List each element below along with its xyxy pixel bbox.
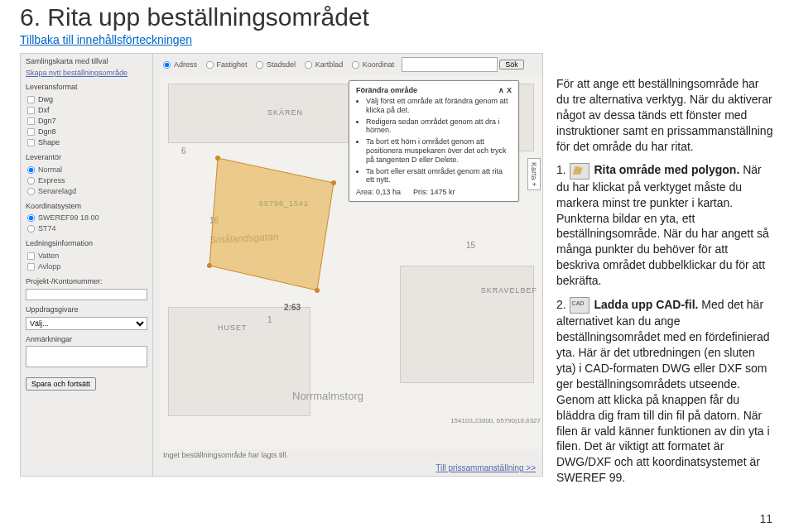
map-num-1: 1 [267,315,272,324]
projekt-title: Projekt-/Kontonummer: [26,277,147,287]
lbl-dgn7: Dgn7 [38,117,56,125]
radio-adress[interactable] [163,61,171,69]
lbl-fastighet: Fastighet [217,60,248,69]
karta-tab[interactable]: Karta + [527,158,541,190]
side-new-area-link[interactable]: Skapa nytt beställningsområde [26,69,147,79]
chk-dwg[interactable] [27,96,35,103]
map-norrmalm: Norrmalmstorg [292,390,363,402]
format-title: Leveransformat [26,83,147,93]
leverantor-title: Leverantör [26,153,147,163]
lbl-dgn8: Dgn8 [38,127,56,136]
step1-number: 1. [556,163,566,176]
chk-vatten[interactable] [27,252,35,260]
step1-title: Rita område med polygon. [594,163,739,176]
lbl-st74: ST74 [38,224,56,232]
map-label-huset: HUSET [218,324,248,332]
lbl-dwg: Dwg [38,95,53,103]
radio-fastighet[interactable] [205,61,213,69]
overlay-bullet: Ta bort ett hörn i området genom att pos… [366,137,512,164]
lbl-koordinat: Koordinat [363,60,395,69]
map-label-skaren: SKÄREN [267,108,303,117]
page-title: 6. Rita upp beställningsområdet [20,3,774,31]
uppdrag-select[interactable]: Välj... [26,317,147,330]
svg-marker-0 [209,158,334,290]
map-coord: 154103,23800, 65790|18,6327 [450,417,541,424]
step2-body: Med det här alternativet kan du ange bes… [556,298,770,484]
lbl-vatten: Vatten [38,252,59,260]
lbl-stadsdel: Stadsdel [267,60,296,69]
koord-title: Koordinatsystem [26,202,147,212]
lbl-sweref: SWEREF99 18 00 [38,213,99,222]
anmark-textarea[interactable] [26,346,147,367]
lbl-dxf: Dxf [38,106,50,114]
overlay-close-icon[interactable]: ∧ X [498,86,512,94]
side-title: Samlingskarta med tillval [26,57,147,67]
overlay-title: Förändra område [356,86,417,94]
side-panel: Samlingskarta med tillval Skapa nytt bes… [21,54,153,476]
map-num-6: 6 [181,146,186,156]
radio-koordinat[interactable] [352,61,359,69]
svg-point-1 [215,156,220,161]
lbl-kartblad: Kartblad [315,60,344,69]
radio-kartblad[interactable] [305,61,312,69]
toc-back-link[interactable]: Tillbaka till innehållsförteckningen [20,33,774,46]
instructions-column: För att ange ett beställningsområde har … [556,53,774,529]
cad-tool-icon [570,297,589,314]
step2-number: 2. [556,298,566,311]
intro-text: För att ange ett beställningsområde har … [556,76,774,154]
radio-sweref[interactable] [27,214,35,222]
lbl-senare: Senarelagd [38,187,76,195]
lbl-express: Express [38,176,65,185]
radio-normal[interactable] [27,166,35,174]
projekt-input[interactable] [26,289,147,300]
page-number: 11 [759,512,772,525]
chk-dgn7[interactable] [27,117,35,125]
anmark-title: Anmärkningar [26,335,147,345]
map-label-skravelber: SKRAVELBEF [481,286,537,295]
polygon-tool-icon [570,163,589,180]
svg-point-4 [207,263,212,268]
lbl-adress: Adress [174,60,197,69]
svg-point-2 [331,180,336,185]
app-screenshot: Samlingskarta med tillval Skapa nytt bes… [20,53,543,477]
overlay-bullet: Ta bort eller ersätt området genom att r… [366,167,512,185]
status-bar: Inget beställningsområde har lagts till. [160,449,542,461]
search-type-row: Adress Fastighet Stadsdel Kartblad Koord… [161,57,524,72]
footer-price-link[interactable]: Till prissammanställning >> [435,463,536,472]
ledning-title: Ledningsinformation [26,239,147,249]
overlay-bullet: Redigera sedan området genom att dra i h… [366,117,512,136]
uppdrag-title: Uppdragsgivare [26,305,147,315]
lbl-normal: Normal [38,165,62,174]
edit-area-overlay: Förändra område ∧ X Välj först ett områd… [349,80,519,202]
step1-body: När du har klickat på verktyget måste du… [556,163,769,287]
chk-shape[interactable] [27,139,35,146]
search-button[interactable]: Sök [499,60,524,69]
step2-title: Ladda upp CAD-fil. [594,298,698,311]
radio-stadsdel[interactable] [256,61,263,69]
overlay-bullet: Välj först ett område att förändra genom… [366,97,512,115]
svg-point-3 [315,288,320,293]
save-continue-button[interactable]: Spara och fortsätt [26,377,96,391]
chk-dxf[interactable] [27,107,35,114]
lbl-avlopp: Avlopp [38,262,60,271]
chk-avlopp[interactable] [27,263,35,271]
lbl-shape: Shape [38,138,60,146]
map-canvas[interactable]: SKÄREN SKRAVELBEF HUSET Smålandsgatan No… [160,75,542,451]
map-num-15: 15 [466,241,475,250]
radio-express[interactable] [27,177,35,185]
radio-senare[interactable] [27,188,35,195]
overlay-area: Area: 0,13 ha [356,188,401,196]
overlay-price: Pris: 1475 kr [413,188,455,196]
drawn-polygon[interactable] [201,150,367,315]
radio-st74[interactable] [27,225,35,232]
search-input[interactable] [402,57,498,72]
chk-dgn8[interactable] [27,128,35,136]
